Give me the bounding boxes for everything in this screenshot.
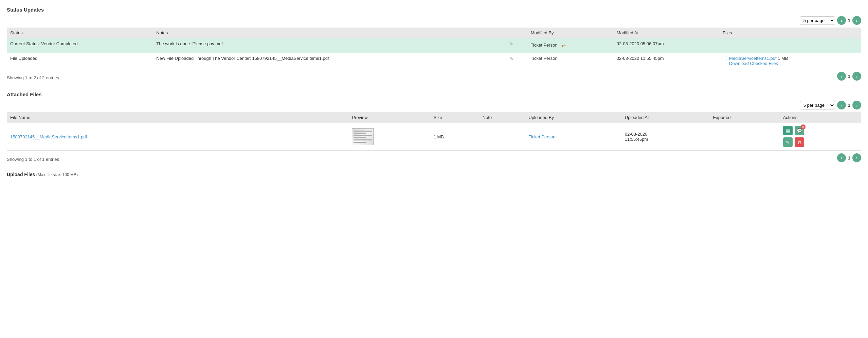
edit-cell: ✎ — [506, 53, 527, 69]
trash-icon: 🗑 — [797, 140, 801, 145]
modified-at-cell: 02-03-2020 11:55:45pm — [613, 53, 719, 69]
uploaded-by-link[interactable]: Ticket Person — [528, 134, 555, 139]
attached-file-link[interactable]: 1580792145__MediaServiceItems1.pdf — [10, 134, 87, 139]
status-cell: Current Status: Vendor Completed — [7, 38, 153, 53]
thumb-decoration — [354, 135, 372, 136]
attached-files-section: Attached Files 5 per page 10 per page 25… — [7, 91, 861, 177]
file-checkbox[interactable] — [723, 56, 727, 60]
chat-button[interactable]: 💬 0 — [795, 126, 804, 135]
status-updates-title: Status Updates — [7, 7, 861, 13]
attached-files-page-num-bottom: 1 — [848, 155, 850, 160]
status-updates-page-num: 1 — [848, 18, 850, 23]
status-cell: File Uploaded — [7, 53, 153, 69]
file-preview-thumbnail — [352, 128, 374, 145]
attached-files-next-btn[interactable]: › — [852, 101, 861, 109]
col-note: Note — [479, 112, 525, 123]
thumb-decoration — [354, 142, 366, 143]
uploaded-by-cell: Ticket Person — [525, 123, 621, 151]
size-cell: 1 MB — [430, 123, 479, 151]
thumb-decoration — [354, 139, 372, 140]
status-updates-bottom-bar: Showing 1 to 2 of 2 entries ‹ 1 › — [7, 72, 861, 86]
table-row: Current Status: Vendor Completed The wor… — [7, 38, 861, 53]
col-notes: Notes — [153, 28, 506, 38]
table-row: File Uploaded New File Uploaded Through … — [7, 53, 861, 69]
red-arrow-annotation: ← — [560, 41, 567, 50]
thumb-decoration — [354, 131, 372, 132]
col-size: Size — [430, 112, 479, 123]
note-cell — [479, 123, 525, 151]
col-files: Files — [719, 28, 861, 38]
files-cell: MediaServiceItems1.pdf 1 MB Download Che… — [719, 53, 861, 69]
attached-files-next-btn-bottom[interactable]: › — [852, 153, 861, 162]
uploaded-at-cell: 02-03-2020 11:55:45pm — [621, 123, 710, 151]
status-updates-per-page-select[interactable]: 5 per page 10 per page 25 per page — [800, 16, 835, 25]
col-preview: Preview — [348, 112, 430, 123]
edit-icon[interactable]: ✎ — [509, 56, 513, 61]
table-row: 1580792145__MediaServiceItems1.pdf — [7, 123, 861, 151]
status-updates-pagination-top: 5 per page 10 per page 25 per page ‹ 1 › — [7, 16, 861, 25]
attached-files-prev-btn[interactable]: ‹ — [837, 101, 846, 109]
status-updates-page-num-bottom: 1 — [848, 74, 850, 79]
modified-by-cell: Ticket Person ← — [527, 38, 613, 53]
thumb-decoration — [354, 137, 366, 138]
delete-button[interactable]: 🗑 — [795, 137, 804, 147]
col-actions: Actions — [780, 112, 861, 123]
actions-cell: ▦ 💬 0 ✎ 🗑 — [780, 123, 861, 151]
col-file-name: File Name — [7, 112, 348, 123]
chat-icon: 💬 — [797, 128, 802, 133]
notes-cell: The work is done. Please pay me! — [153, 38, 506, 53]
file-size: 1 MB — [778, 56, 788, 61]
col-modified-at: Modified At — [613, 28, 719, 38]
crop-icon: ▦ — [786, 128, 790, 133]
col-uploaded-by: Uploaded By — [525, 112, 621, 123]
status-updates-header-row: Status Notes Modified By Modified At Fil… — [7, 28, 861, 38]
chat-badge: 0 — [801, 124, 806, 129]
edit-icon[interactable]: ✎ — [509, 41, 513, 47]
attached-files-pagination-top: 5 per page 10 per page 25 per page ‹ 1 › — [7, 101, 861, 109]
col-uploaded-at: Uploaded At — [621, 112, 710, 123]
edit-cell: ✎ — [506, 38, 527, 53]
upload-files-label: Upload Files (Max file size: 100 MB) — [7, 172, 861, 177]
col-modified-by: Modified By — [527, 28, 613, 38]
file-download-container: MediaServiceItems1.pdf 1 MB Download Che… — [723, 56, 858, 66]
file-link[interactable]: MediaServiceItems1.pdf — [729, 56, 776, 61]
status-updates-prev-btn-bottom[interactable]: ‹ — [837, 72, 846, 81]
attached-files-prev-btn-bottom[interactable]: ‹ — [837, 153, 846, 162]
col-edit — [506, 28, 527, 38]
status-updates-next-btn[interactable]: › — [852, 16, 861, 25]
col-status: Status — [7, 28, 153, 38]
action-buttons-container: ▦ 💬 0 ✎ 🗑 — [783, 126, 858, 148]
attached-files-table: File Name Preview Size Note Uploaded By … — [7, 112, 861, 151]
pencil-icon: ✎ — [786, 140, 790, 145]
attached-files-title: Attached Files — [7, 91, 861, 97]
status-updates-section: Status Updates 5 per page 10 per page 25… — [7, 7, 861, 86]
modified-at-cell: 02-03-2020 05:06:07pm — [613, 38, 719, 53]
notes-cell: New File Uploaded Through The Vendor Cen… — [153, 53, 506, 69]
edit-button[interactable]: ✎ — [783, 137, 793, 147]
file-name-cell: 1580792145__MediaServiceItems1.pdf — [7, 123, 348, 151]
exported-cell — [710, 123, 780, 151]
attached-files-per-page-select[interactable]: 5 per page 10 per page 25 per page — [800, 101, 835, 109]
download-checked-files-link[interactable]: Download Checked Files — [729, 61, 778, 66]
thumb-decoration — [354, 133, 366, 134]
attached-files-bottom-bar: Showing 1 to 1 of 1 entries ‹ 1 › — [7, 153, 861, 168]
attached-files-showing: Showing 1 to 1 of 1 entries — [7, 157, 59, 162]
crop-button[interactable]: ▦ — [783, 126, 793, 135]
attached-files-header-row: File Name Preview Size Note Uploaded By … — [7, 112, 861, 123]
modified-by-cell: Ticket Person — [527, 53, 613, 69]
attached-files-pagination-bottom: ‹ 1 › — [837, 153, 861, 162]
status-updates-table: Status Notes Modified By Modified At Fil… — [7, 28, 861, 69]
attached-files-page-num: 1 — [848, 103, 850, 108]
status-updates-pagination-bottom: ‹ 1 › — [837, 72, 861, 81]
status-updates-prev-btn[interactable]: ‹ — [837, 16, 846, 25]
status-updates-showing: Showing 1 to 2 of 2 entries — [7, 75, 59, 80]
preview-cell — [348, 123, 430, 151]
status-updates-next-btn-bottom[interactable]: › — [852, 72, 861, 81]
files-cell — [719, 38, 861, 53]
col-exported: Exported — [710, 112, 780, 123]
